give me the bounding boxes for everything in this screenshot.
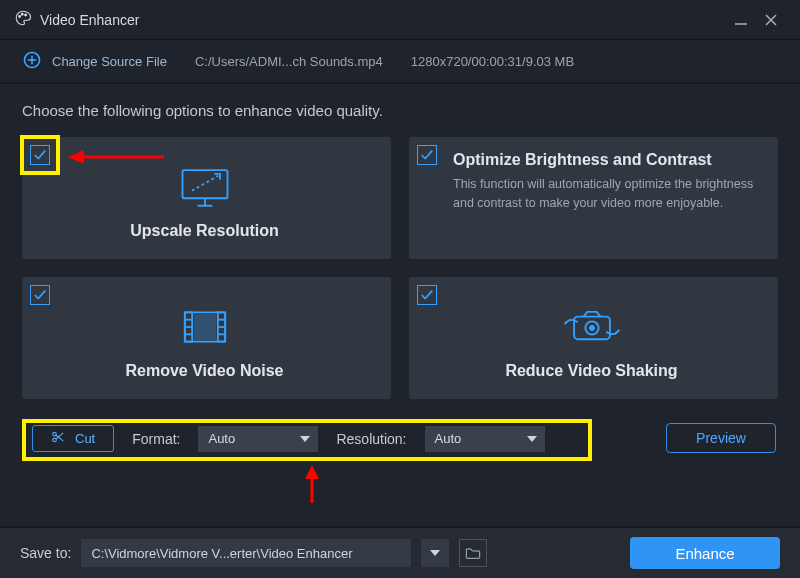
resolution-dropdown[interactable]: Auto [425,426,545,452]
change-source-button[interactable]: Change Source File [22,50,167,73]
open-folder-button[interactable] [459,539,487,567]
svg-marker-33 [527,436,537,442]
svg-point-2 [25,14,27,16]
enhance-button[interactable]: Enhance [630,537,780,569]
change-source-label: Change Source File [52,54,167,69]
cut-label: Cut [75,431,95,446]
cut-button[interactable]: Cut [32,425,114,452]
save-to-label: Save to: [20,545,71,561]
card-deshake-title: Reduce Video Shaking [505,362,677,380]
checkbox-denoise[interactable] [30,285,50,305]
file-bar: Change Source File C:/Users/ADMI...ch So… [0,40,800,84]
svg-marker-35 [305,465,319,479]
enhance-label: Enhance [675,545,734,562]
camera-shake-icon [559,300,625,354]
svg-rect-22 [194,314,216,340]
scissors-icon [51,430,65,447]
save-path-dropdown[interactable] [421,539,449,567]
source-file-path: C:/Users/ADMI...ch Sounds.mp4 [195,54,383,69]
svg-point-1 [21,13,23,15]
instruction-text: Choose the following options to enhance … [22,102,778,119]
svg-marker-36 [430,550,440,556]
minimize-button[interactable] [726,5,756,35]
controls-row: Cut Format: Auto Resolution: Auto Previe… [22,419,778,458]
annotation-arrow-controls [302,463,322,505]
format-label: Format: [132,431,180,447]
checkbox-deshake[interactable] [417,285,437,305]
card-upscale[interactable]: Upscale Resolution [22,137,391,259]
app-title: Video Enhancer [40,12,139,28]
checkbox-upscale[interactable] [30,145,50,165]
app-title-group: Video Enhancer [14,9,139,30]
card-denoise[interactable]: Remove Video Noise [22,277,391,399]
enhancement-cards: Upscale Resolution Optimize Brightness a… [22,137,778,399]
title-bar: Video Enhancer [0,0,800,40]
chevron-down-icon [300,434,310,444]
source-file-info: 1280x720/00:00:31/9.03 MB [411,54,574,69]
save-path-text: C:\Vidmore\Vidmore V...erter\Video Enhan… [91,546,352,561]
plus-circle-icon [22,50,42,73]
svg-marker-32 [300,436,310,442]
monitor-up-icon [175,160,235,214]
card-deshake[interactable]: Reduce Video Shaking [409,277,778,399]
folder-icon [465,546,481,560]
resolution-label: Resolution: [336,431,406,447]
main-area: Choose the following options to enhance … [0,84,800,466]
card-optimize-desc: This function will automatically optimiz… [453,175,758,213]
chevron-down-icon [527,434,537,444]
palette-icon [14,9,32,30]
card-optimize[interactable]: Optimize Brightness and Contrast This fu… [409,137,778,259]
svg-point-25 [590,326,594,330]
checkbox-optimize[interactable] [417,145,437,165]
close-button[interactable] [756,5,786,35]
save-path-field[interactable]: C:\Vidmore\Vidmore V...erter\Video Enhan… [81,539,411,567]
format-value: Auto [208,431,235,446]
resolution-value: Auto [435,431,462,446]
card-optimize-title: Optimize Brightness and Contrast [453,151,712,169]
preview-button[interactable]: Preview [666,423,776,453]
preview-label: Preview [696,430,746,446]
svg-line-12 [191,176,217,191]
card-denoise-title: Remove Video Noise [126,362,284,380]
svg-point-0 [19,16,21,18]
chevron-down-icon [430,548,440,558]
format-dropdown[interactable]: Auto [198,426,318,452]
film-noise-icon [179,300,231,354]
card-upscale-title: Upscale Resolution [130,222,278,240]
bottom-bar: Save to: C:\Vidmore\Vidmore V...erter\Vi… [0,526,800,578]
